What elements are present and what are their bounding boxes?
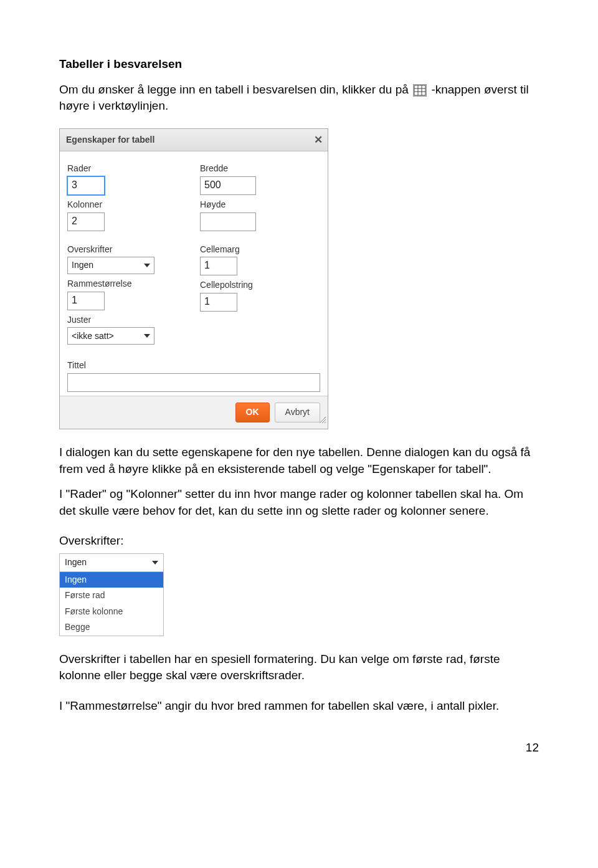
kolonner-input[interactable]: 2 [67, 212, 105, 231]
tittel-label: Tittel [67, 360, 320, 372]
dropdown-option-forste-kolonne[interactable]: Første kolonne [60, 604, 163, 620]
bredde-label: Bredde [200, 163, 320, 175]
overskrifter-select[interactable]: Ingen [67, 257, 154, 274]
dialog-header: Egenskaper for tabell ✕ [60, 129, 328, 152]
ramme-input[interactable]: 1 [67, 292, 105, 310]
dropdown-option-ingen[interactable]: Ingen [60, 572, 163, 588]
rader-input[interactable]: 3 [67, 176, 105, 195]
bredde-input[interactable]: 500 [200, 176, 256, 195]
overskrifter-label: Overskrifter [67, 244, 187, 256]
paragraph-3: I "Rader" og "Kolonner" setter du inn hv… [59, 486, 539, 519]
dialog-title: Egenskaper for tabell [66, 135, 154, 145]
cellepol-label: Cellepolstring [200, 279, 320, 292]
juster-select[interactable]: <ikke satt> [67, 327, 154, 345]
intro-paragraph: Om du ønsker å legge inn en tabell i bes… [59, 82, 539, 115]
overskrifter-heading: Overskrifter: [59, 533, 539, 550]
juster-label: Juster [67, 314, 187, 327]
chevron-down-icon [144, 334, 150, 338]
dropdown-selected[interactable]: Ingen [60, 554, 163, 572]
cellemarg-label: Cellemarg [200, 244, 320, 256]
juster-value: <ikke satt> [72, 330, 114, 343]
table-icon [413, 84, 427, 97]
cellemarg-input[interactable]: 1 [200, 257, 237, 275]
rader-label: Rader [67, 163, 187, 175]
intro-text-1: Om du ønsker å legge inn en tabell i bes… [59, 83, 412, 96]
svg-rect-1 [414, 85, 425, 95]
chevron-down-icon [152, 561, 158, 565]
kolonner-label: Kolonner [67, 199, 187, 211]
paragraph-4: Overskrifter i tabellen har en spesiell … [59, 651, 539, 684]
hoyde-label: Høyde [200, 199, 320, 211]
dialog-footer: OK Avbryt [60, 396, 328, 429]
section-heading: Tabeller i besvarelsen [59, 56, 539, 73]
tittel-input[interactable] [67, 373, 320, 392]
paragraph-5: I "Rammestørrelse" angir du hvor bred ra… [59, 698, 539, 715]
dropdown-selected-text: Ingen [65, 556, 87, 569]
cancel-button[interactable]: Avbryt [275, 403, 320, 422]
svg-line-8 [325, 422, 326, 423]
dropdown-option-begge[interactable]: Begge [60, 619, 163, 636]
resize-handle-icon[interactable] [318, 415, 326, 427]
cellepol-input[interactable]: 1 [200, 293, 237, 312]
table-properties-dialog: Egenskaper for tabell ✕ Rader 3 Kolonner… [59, 128, 328, 429]
ramme-label: Rammestørrelse [67, 278, 187, 290]
overskrifter-dropdown: Ingen Ingen Første rad Første kolonne Be… [59, 553, 164, 636]
ok-button[interactable]: OK [235, 403, 270, 422]
hoyde-input[interactable] [200, 212, 256, 231]
close-icon[interactable]: ✕ [314, 133, 323, 148]
dialog-body: Rader 3 Kolonner 2 Overskrifter Ingen Ra… [60, 151, 328, 396]
overskrifter-value: Ingen [72, 259, 93, 272]
paragraph-2: I dialogen kan du sette egenskapene for … [59, 444, 539, 477]
page-number: 12 [59, 740, 539, 756]
dropdown-option-forste-rad[interactable]: Første rad [60, 588, 163, 604]
chevron-down-icon [144, 264, 150, 267]
